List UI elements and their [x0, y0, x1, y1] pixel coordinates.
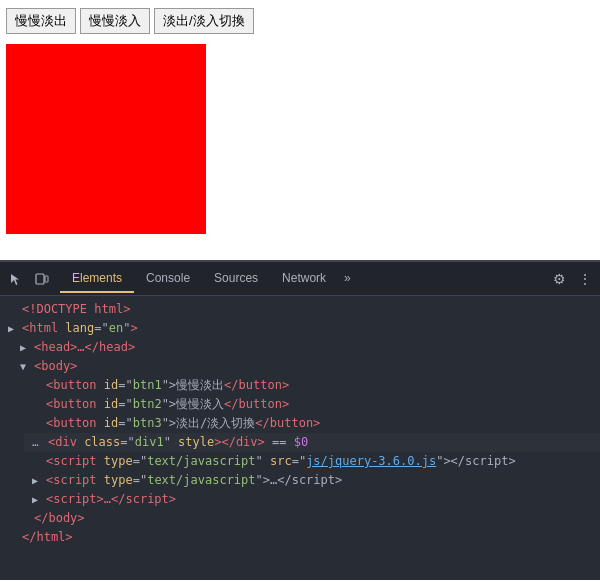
code-line-html[interactable]: ▶ <html lang =" en " > [0, 319, 600, 338]
arrow-script2: ▶ [32, 472, 44, 490]
fadein-button[interactable]: 慢慢淡入 [80, 8, 150, 34]
arrow-doctype [8, 301, 20, 319]
code-line-html-close: </html> [0, 528, 600, 547]
tab-elements[interactable]: Elements [60, 265, 134, 293]
arrow-body-close [20, 510, 32, 528]
code-line-body-open[interactable]: ▼ <body> [12, 357, 600, 376]
code-line-head[interactable]: ▶ <head>…</head> [12, 338, 600, 357]
svg-rect-0 [36, 274, 44, 284]
code-line-btn1[interactable]: <button id =" btn1 "> 慢慢淡出 </button> [24, 376, 600, 395]
tab-more[interactable]: » [338, 265, 357, 293]
toolbar-icons [4, 267, 54, 291]
settings-icon[interactable]: ⚙ [548, 268, 570, 290]
devtools-toolbar: Elements Console Sources Network » ⚙ ⋮ [0, 262, 600, 296]
toggle-button[interactable]: 淡出/淡入切換 [154, 8, 254, 34]
toolbar-right: ⚙ ⋮ [548, 268, 596, 290]
devtools-panel: Elements Console Sources Network » ⚙ ⋮ <… [0, 260, 600, 580]
red-box [6, 44, 206, 234]
tab-network[interactable]: Network [270, 265, 338, 293]
arrow-script1 [32, 453, 44, 471]
code-line-div[interactable]: … <div class =" div1 " style ></div> == … [24, 433, 600, 452]
arrow-html: ▶ [8, 320, 20, 338]
script-src-link[interactable]: js/jquery-3.6.0.js [306, 452, 436, 470]
code-line-script1[interactable]: <script type =" text/javascript " src ="… [24, 452, 600, 471]
arrow-btn3 [32, 415, 44, 433]
code-line-doctype: <!DOCTYPE html> [0, 300, 600, 319]
arrow-btn1 [32, 377, 44, 395]
devtools-tabs: Elements Console Sources Network » [60, 265, 548, 293]
code-line-body-close: </body> [12, 509, 600, 528]
code-line-script2[interactable]: ▶ <script type =" text/javascript ">…</s… [24, 471, 600, 490]
device-icon[interactable] [30, 267, 54, 291]
code-line-btn3[interactable]: <button id =" btn3 "> 淡出/淡入切換 </button> [24, 414, 600, 433]
arrow-html-close [8, 529, 20, 547]
cursor-icon[interactable] [4, 267, 28, 291]
demo-area: 慢慢淡出 慢慢淡入 淡出/淡入切換 [0, 0, 600, 260]
arrow-body: ▼ [20, 358, 32, 376]
code-line-script3[interactable]: ▶ <script>…</script> [24, 490, 600, 509]
fadeout-button[interactable]: 慢慢淡出 [6, 8, 76, 34]
more-options-icon[interactable]: ⋮ [574, 268, 596, 290]
svg-rect-1 [45, 276, 48, 282]
tab-console[interactable]: Console [134, 265, 202, 293]
tab-sources[interactable]: Sources [202, 265, 270, 293]
devtools-code-view: <!DOCTYPE html> ▶ <html lang =" en " > ▶… [0, 296, 600, 551]
code-line-btn2[interactable]: <button id =" btn2 "> 慢慢淡入 </button> [24, 395, 600, 414]
arrow-btn2 [32, 396, 44, 414]
arrow-script3: ▶ [32, 491, 44, 509]
side-dots-indicator: … [32, 434, 46, 452]
button-row: 慢慢淡出 慢慢淡入 淡出/淡入切換 [6, 8, 594, 34]
arrow-head: ▶ [20, 339, 32, 357]
